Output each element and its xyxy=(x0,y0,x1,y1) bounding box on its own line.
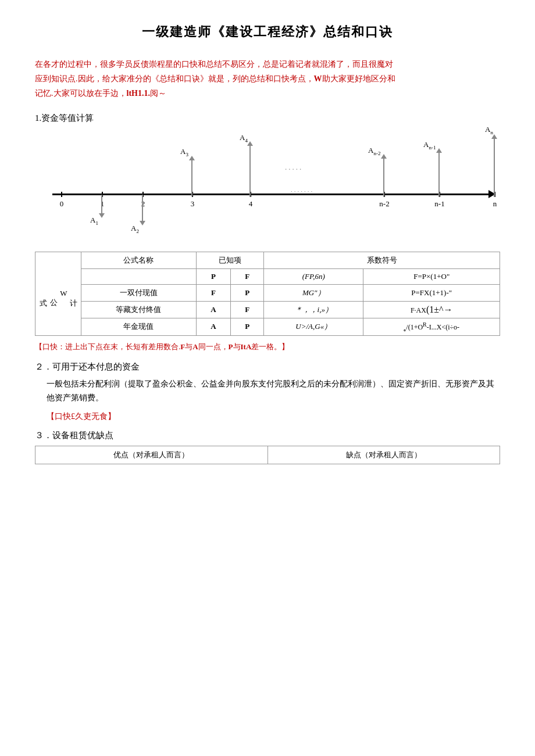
row1-find: P xyxy=(231,284,264,301)
section2-title: ２．可用于还本付息的资金 xyxy=(35,361,500,372)
section2-tip: 【口快£久吏无食】 xyxy=(47,411,500,422)
equip-table: 优点（对承租人而言） 缺点（对承租人而言） xyxy=(35,446,500,464)
row3-coeff: U>/A,G«） xyxy=(264,318,363,335)
equip-col2: 缺点（对承租人而言） xyxy=(268,446,500,464)
tip1-bold3: P xyxy=(229,342,233,351)
arrow-a2-head xyxy=(140,221,145,225)
table-row-2: 等藏支付终值 A F ＊，，i,»） F·AX(1±^→ xyxy=(35,301,500,318)
page-title: 一级建造师《建设工程经济》总结和口诀 xyxy=(35,23,500,41)
arrow-a4-shaft xyxy=(249,146,251,197)
subheader-formula: F=P×(1+O" xyxy=(363,268,500,284)
intro-line2: 应到知识点.因此，给大家准分的《总结和口诀》就是，列的总结和口快考点， xyxy=(35,74,314,83)
arrow-a1 xyxy=(99,195,105,218)
equip-table-row: 优点（对承租人而言） 缺点（对承租人而言） xyxy=(35,446,500,464)
table-row-3: 年金现值 A P U>/A,G«） ₒ/(1+OR-I...X<(i÷o- xyxy=(35,318,500,335)
label-n: n xyxy=(493,199,497,209)
arrow-an2-head xyxy=(381,154,387,159)
arrow-a4 xyxy=(247,141,253,197)
intro-paragraph: 在各才的过程中，很多学员反债崇程星的口快和总结不易区分，总是记着记者就混淆了，而… xyxy=(35,57,500,101)
row1-name: 一双付现值 xyxy=(81,284,197,301)
arrow-a2 xyxy=(140,195,145,225)
row2-name: 等藏支付终值 xyxy=(81,301,197,318)
row2-find: F xyxy=(231,301,264,318)
intro-line5: 阅～ xyxy=(150,89,166,98)
row3-find: P xyxy=(231,318,264,335)
intro-bold2: ltH1.1. xyxy=(127,89,150,98)
dots-above: ····· xyxy=(285,164,303,174)
section1-title: 1.资金等值计算 xyxy=(35,113,500,124)
row3-known: A xyxy=(196,318,231,335)
tip1-text3: 同一点， xyxy=(198,342,229,351)
tip1-text1: 【口快：进上出下点在末，长短有差用数合. xyxy=(35,342,180,351)
row3-formula: ₒ/(1+OR-I...X<(i÷o- xyxy=(363,318,500,335)
dots-middle: ······· xyxy=(291,188,314,195)
arrow-a3-head xyxy=(189,156,195,160)
arrow-an1-shaft xyxy=(438,153,440,197)
tick-0 xyxy=(61,192,62,197)
arrow-a4-head xyxy=(247,141,253,146)
row2-formula: F·AX(1±^→ xyxy=(363,301,500,318)
label-a3: A3 xyxy=(180,147,188,157)
intro-bold1: W xyxy=(314,74,322,83)
arrow-an2-shaft xyxy=(383,159,384,197)
arrow-an xyxy=(491,134,497,197)
arrow-a1-head xyxy=(99,213,105,218)
tip1-text5: 差一格。】 xyxy=(251,342,289,351)
intro-line3: 助大家更好地区分和 xyxy=(322,74,395,83)
intro-line4: 记忆.大家可以放在手边， xyxy=(35,89,127,98)
row2-known: A xyxy=(196,301,231,318)
row1-known: F xyxy=(196,284,231,301)
arrow-a3-shaft xyxy=(191,160,192,196)
header-known: 已知项 xyxy=(196,252,263,268)
tip1-bold2: A xyxy=(192,342,198,351)
label-3: 3 xyxy=(191,199,195,209)
table-subheader-row: P F (FP,6n) F=P×(1+O" xyxy=(35,268,500,284)
table-header-row: 计W公式 公式名称 已知项 系数符号 xyxy=(35,252,500,268)
subheader-empty xyxy=(81,268,197,284)
timeline-line xyxy=(52,194,494,195)
label-a1: A1 xyxy=(90,216,98,226)
label-n1: n-1 xyxy=(434,199,444,209)
subheader-p: P xyxy=(196,268,231,284)
section3-title: ３．设备租赁优缺点 xyxy=(35,430,500,441)
row3-name: 年金现值 xyxy=(81,318,197,335)
arrow-a1-shaft xyxy=(101,195,102,213)
row1-formula: P=FX(1+1)-" xyxy=(363,284,500,301)
table-row-1: 一双付现值 F P MG″） P=FX(1+1)-" xyxy=(35,284,500,301)
label-a4: A4 xyxy=(240,133,248,144)
arrow-an-shaft xyxy=(494,139,495,197)
tip1-text4: 与 xyxy=(233,342,241,351)
tip1-text2: 与 xyxy=(185,342,192,351)
section2-content: 一般包括未分配利润（提取了盈余公积金、公益金并向股东支付完股利之后的未分配利润泄… xyxy=(47,377,500,406)
label-an1: An-1 xyxy=(423,140,436,151)
tip1: 【口快：进上出下点在末，长短有差用数合.F与A同一点，P与ItA差一格。】 xyxy=(35,342,500,352)
header-coeff: 系数符号 xyxy=(264,252,500,268)
timeline-diagram: 0 1 2 3 4 ······· n-2 n-1 n A1 A2 A3 A4 xyxy=(35,130,500,246)
tip1-bold4: ItA xyxy=(241,342,252,351)
row1-coeff: MG″） xyxy=(264,284,363,301)
formula-table: 计W公式 公式名称 已知项 系数符号 P F (FP,6n) F=P×(1+O"… xyxy=(35,252,500,336)
label-n2: n-2 xyxy=(379,199,389,209)
arrow-an1-head xyxy=(436,148,442,153)
side-label: 计W公式 xyxy=(35,252,81,335)
equip-col1: 优点（对承租人而言） xyxy=(35,446,268,464)
label-a2: A2 xyxy=(131,224,139,234)
arrow-a3 xyxy=(189,156,195,196)
label-4: 4 xyxy=(249,199,253,209)
arrow-an2 xyxy=(381,154,387,197)
subheader-f: F xyxy=(231,268,264,284)
arrow-a2-shaft xyxy=(142,195,143,221)
arrow-an1 xyxy=(436,148,442,197)
row2-coeff: ＊，，i,»） xyxy=(264,301,363,318)
label-an: An xyxy=(485,125,493,135)
intro-line1: 在各才的过程中，很多学员反债崇程星的口快和总结不易区分，总是记着记者就混淆了，而… xyxy=(35,60,393,69)
tip1-bold1: F xyxy=(180,342,185,351)
label-an2: An-2 xyxy=(368,146,380,156)
header-name: 公式名称 xyxy=(81,252,197,268)
subheader-coeff2: (FP,6n) xyxy=(264,268,363,284)
label-0: 0 xyxy=(60,199,64,209)
